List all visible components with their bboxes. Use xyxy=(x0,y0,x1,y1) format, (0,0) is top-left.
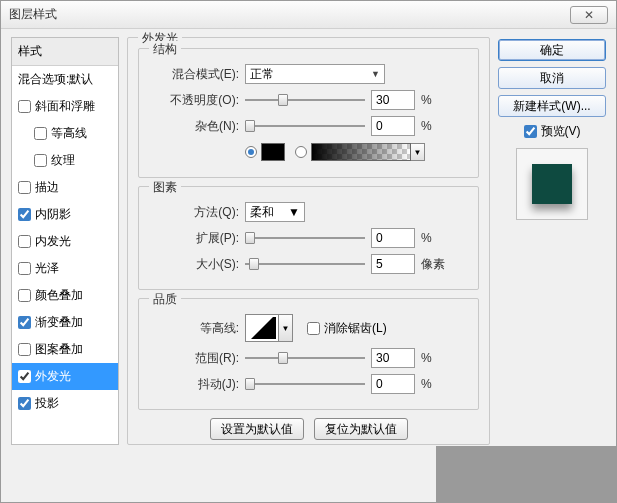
spread-label: 扩展(P): xyxy=(149,230,245,247)
opacity-unit: % xyxy=(421,93,432,107)
sidebar-item-label: 图案叠加 xyxy=(35,341,83,358)
sidebar-checkbox[interactable] xyxy=(34,127,47,140)
sidebar-checkbox[interactable] xyxy=(18,343,31,356)
range-label: 范围(R): xyxy=(149,350,245,367)
sidebar-checkbox[interactable] xyxy=(18,262,31,275)
noise-slider[interactable] xyxy=(245,117,365,135)
close-button[interactable]: ✕ xyxy=(570,6,608,24)
sidebar-item-label: 斜面和浮雕 xyxy=(35,98,95,115)
sidebar-item-color-overlay[interactable]: 颜色叠加 xyxy=(12,282,118,309)
resize-grip-area xyxy=(436,446,616,502)
sidebar-item-drop-shadow[interactable]: 投影 xyxy=(12,390,118,417)
sidebar-checkbox[interactable] xyxy=(18,370,31,383)
jitter-unit: % xyxy=(421,377,432,391)
right-column: 确定 取消 新建样式(W)... 预览(V) xyxy=(498,29,616,502)
sidebar-item-pattern-overlay[interactable]: 图案叠加 xyxy=(12,336,118,363)
opacity-slider[interactable] xyxy=(245,91,365,109)
sidebar-checkbox[interactable] xyxy=(18,181,31,194)
preview-swatch xyxy=(532,164,572,204)
quality-group: 品质 等高线: ▼ 消除锯齿(L) 范围(R): xyxy=(138,298,479,410)
range-unit: % xyxy=(421,351,432,365)
size-label: 大小(S): xyxy=(149,256,245,273)
sidebar-header: 样式 xyxy=(12,38,118,66)
outer-glow-group: 外发光 结构 混合模式(E): 正常▼ 不透明度(O): % xyxy=(127,37,490,445)
range-slider[interactable] xyxy=(245,349,365,367)
sidebar-item-texture[interactable]: 纹理 xyxy=(12,147,118,174)
jitter-label: 抖动(J): xyxy=(149,376,245,393)
preview-checkbox[interactable] xyxy=(524,125,537,138)
new-style-button[interactable]: 新建样式(W)... xyxy=(498,95,606,117)
size-input[interactable] xyxy=(371,254,415,274)
chevron-down-icon: ▼ xyxy=(371,69,380,79)
sidebar-checkbox[interactable] xyxy=(18,289,31,302)
sidebar-checkbox[interactable] xyxy=(18,235,31,248)
make-default-button[interactable]: 设置为默认值 xyxy=(210,418,304,440)
sidebar-item-label: 等高线 xyxy=(51,125,87,142)
blend-mode-select[interactable]: 正常▼ xyxy=(245,64,385,84)
color-swatch[interactable] xyxy=(261,143,285,161)
noise-label: 杂色(N): xyxy=(149,118,245,135)
sidebar-checkbox[interactable] xyxy=(18,100,31,113)
elements-legend: 图素 xyxy=(149,179,181,196)
sidebar-item-outer-glow[interactable]: 外发光 xyxy=(12,363,118,390)
sidebar-checkbox[interactable] xyxy=(18,208,31,221)
sidebar-checkbox[interactable] xyxy=(18,397,31,410)
cancel-button[interactable]: 取消 xyxy=(498,67,606,89)
color-radio[interactable] xyxy=(245,146,257,158)
technique-select[interactable]: 柔和▼ xyxy=(245,202,305,222)
jitter-input[interactable] xyxy=(371,374,415,394)
select-value: 正常 xyxy=(250,66,274,83)
main-panel: 外发光 结构 混合模式(E): 正常▼ 不透明度(O): % xyxy=(119,29,498,502)
size-unit: 像素 xyxy=(421,256,445,273)
select-value: 柔和 xyxy=(250,204,274,221)
sidebar-item-label: 渐变叠加 xyxy=(35,314,83,331)
sidebar-item-contour[interactable]: 等高线 xyxy=(12,120,118,147)
sidebar-checkbox[interactable] xyxy=(18,316,31,329)
styles-sidebar: 样式 混合选项:默认 斜面和浮雕 等高线 纹理 描边 内阴影 内发光 光泽 颜色… xyxy=(11,37,119,445)
opacity-label: 不透明度(O): xyxy=(149,92,245,109)
contour-dropdown[interactable]: ▼ xyxy=(279,314,293,342)
reset-default-button[interactable]: 复位为默认值 xyxy=(314,418,408,440)
sidebar-item-label: 投影 xyxy=(35,395,59,412)
close-icon: ✕ xyxy=(584,8,594,22)
structure-legend: 结构 xyxy=(149,41,181,58)
sidebar-item-satin[interactable]: 光泽 xyxy=(12,255,118,282)
layer-style-dialog: 图层样式 ✕ 样式 混合选项:默认 斜面和浮雕 等高线 纹理 描边 内阴影 内发… xyxy=(0,0,617,503)
spread-slider[interactable] xyxy=(245,229,365,247)
titlebar: 图层样式 ✕ xyxy=(1,1,616,29)
sidebar-item-bevel[interactable]: 斜面和浮雕 xyxy=(12,93,118,120)
opacity-input[interactable] xyxy=(371,90,415,110)
jitter-slider[interactable] xyxy=(245,375,365,393)
sidebar-item-label: 光泽 xyxy=(35,260,59,277)
spread-input[interactable] xyxy=(371,228,415,248)
noise-input[interactable] xyxy=(371,116,415,136)
spread-unit: % xyxy=(421,231,432,245)
contour-picker[interactable] xyxy=(245,314,279,342)
sidebar-item-inner-shadow[interactable]: 内阴影 xyxy=(12,201,118,228)
elements-group: 图素 方法(Q): 柔和▼ 扩展(P): % 大小(S): xyxy=(138,186,479,290)
sidebar-item-label: 描边 xyxy=(35,179,59,196)
window-title: 图层样式 xyxy=(9,6,570,23)
gradient-swatch[interactable] xyxy=(311,143,411,161)
sidebar-item-label: 颜色叠加 xyxy=(35,287,83,304)
contour-label: 等高线: xyxy=(149,320,245,337)
sidebar-item-stroke[interactable]: 描边 xyxy=(12,174,118,201)
sidebar-item-label: 内发光 xyxy=(35,233,71,250)
structure-group: 结构 混合模式(E): 正常▼ 不透明度(O): % 杂色(N): xyxy=(138,48,479,178)
sidebar-checkbox[interactable] xyxy=(34,154,47,167)
range-input[interactable] xyxy=(371,348,415,368)
ok-button[interactable]: 确定 xyxy=(498,39,606,61)
gradient-radio[interactable] xyxy=(295,146,307,158)
antialias-checkbox[interactable] xyxy=(307,322,320,335)
sidebar-item-label: 内阴影 xyxy=(35,206,71,223)
sidebar-item-inner-glow[interactable]: 内发光 xyxy=(12,228,118,255)
gradient-dropdown[interactable]: ▼ xyxy=(411,143,425,161)
size-slider[interactable] xyxy=(245,255,365,273)
sidebar-blending-options[interactable]: 混合选项:默认 xyxy=(12,66,118,93)
antialias-label: 消除锯齿(L) xyxy=(324,320,387,337)
sidebar-item-label: 混合选项:默认 xyxy=(18,71,93,88)
sidebar-item-gradient-overlay[interactable]: 渐变叠加 xyxy=(12,309,118,336)
blend-mode-label: 混合模式(E): xyxy=(149,66,245,83)
sidebar-item-label: 外发光 xyxy=(35,368,71,385)
sidebar-item-label: 纹理 xyxy=(51,152,75,169)
